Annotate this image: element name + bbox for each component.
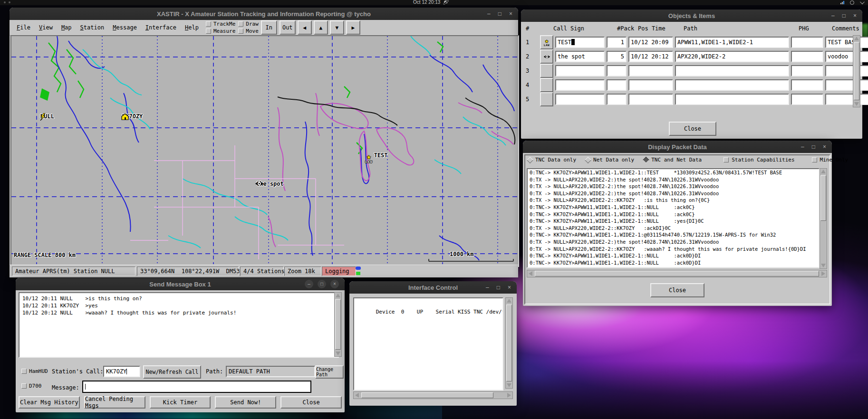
minimize-button[interactable]: – — [487, 11, 491, 17]
close-button[interactable]: × — [853, 13, 857, 19]
panel-clock[interactable]: Oct 12 20:13 — [413, 0, 448, 5]
cell-comments[interactable]: voodoo — [825, 51, 868, 62]
packet-close-button[interactable]: Close — [650, 283, 704, 297]
xastir-titlebar[interactable]: XASTIR - X Amateur Station Tracking and … — [10, 8, 518, 20]
interface-horizontal-scrollbar[interactable] — [353, 391, 513, 399]
move-checkbox[interactable] — [238, 29, 243, 34]
filter-tnc-and-net-data[interactable]: TNC and Net Data — [644, 157, 702, 163]
hamhud-checkbox[interactable]: HamHUD — [21, 368, 48, 374]
cell-path[interactable] — [675, 94, 789, 105]
message-history-area[interactable]: 10/12 20:11 NULL >is this thing on?10/12… — [19, 292, 339, 358]
map-station-test[interactable]: ★ LAW TEST — [365, 152, 388, 164]
cell-pack[interactable] — [607, 94, 627, 105]
filter-mine-only[interactable]: Mine Only — [812, 157, 849, 163]
maximize-button[interactable]: □ — [842, 13, 846, 19]
cell-pack[interactable] — [607, 79, 627, 91]
cell-call-sign[interactable] — [555, 79, 605, 91]
zoom-out-button[interactable]: Out — [280, 20, 296, 35]
cell-call-sign[interactable]: the spot — [555, 51, 605, 62]
row-icon-button[interactable] — [540, 92, 553, 106]
map-station-null[interactable]: NULL — [39, 113, 54, 120]
table-row[interactable]: 2 the spot 5 10/12 20:12 APX220,WIDE2-2 … — [523, 49, 868, 64]
scroll-left-icon[interactable] — [529, 271, 532, 276]
scroll-up-icon[interactable] — [336, 294, 340, 297]
cell-pack[interactable]: 5 — [607, 51, 627, 62]
map-station-the-spot[interactable]: the spot — [255, 181, 284, 187]
maximize-button[interactable]: □ — [497, 285, 500, 290]
message-input[interactable] — [82, 381, 311, 393]
scroll-right-icon[interactable] — [507, 393, 511, 398]
change-path-button[interactable]: Change Path — [315, 365, 344, 379]
filter-station-capabilities[interactable]: Station Capabilities — [723, 157, 794, 163]
map-canvas[interactable]: NULL KK7OZY ★ LAW TEST the spot — [10, 35, 519, 267]
cell-path[interactable]: APWW11,WIDE1-1,WIDE2-1 — [675, 37, 789, 48]
packet-vertical-scrollbar[interactable] — [820, 168, 827, 269]
eye-icon[interactable] — [540, 49, 553, 64]
cell-phg[interactable] — [791, 65, 823, 76]
scroll-up-icon[interactable] — [507, 299, 511, 303]
close-button[interactable]: × — [509, 11, 512, 17]
packet-titlebar[interactable]: Display Packet Data – □ × — [523, 141, 832, 153]
send-close-button[interactable]: Close — [280, 396, 342, 409]
menu-view[interactable]: View — [35, 24, 57, 31]
objects-close-button[interactable]: Close — [669, 122, 716, 136]
interface-vertical-scrollbar[interactable] — [505, 297, 513, 389]
cell-pos-time[interactable] — [628, 94, 673, 105]
pan-right-button[interactable]: ▶ — [346, 20, 360, 35]
objects-vertical-scrollbar[interactable] — [853, 35, 860, 107]
pan-left-button[interactable]: ◀ — [298, 20, 312, 35]
cell-comments[interactable] — [825, 65, 868, 76]
send-now-button[interactable]: Send Now! — [215, 396, 276, 409]
row-icon-button[interactable] — [540, 78, 553, 92]
close-button[interactable]: × — [508, 285, 511, 290]
menu-map[interactable]: Map — [57, 24, 76, 31]
draw-checkbox[interactable] — [238, 21, 243, 27]
packet-horizontal-scrollbar[interactable] — [527, 270, 827, 277]
trackme-checkbox[interactable] — [206, 21, 211, 27]
table-row[interactable]: 1 ★LAW TEST 1 10/12 20:09 APWW11,WIDE1-1… — [523, 35, 868, 49]
path-field[interactable]: DEFAULT PATH — [226, 366, 315, 377]
interface-titlebar[interactable]: Interface Control – □ × — [349, 281, 517, 294]
table-row[interactable]: 3 — [523, 64, 868, 78]
cell-pos-time[interactable]: 10/12 20:12 — [628, 51, 673, 62]
cell-call-sign[interactable]: TEST — [555, 37, 605, 48]
menu-station[interactable]: Station — [76, 24, 109, 31]
close-button[interactable]: × — [330, 280, 339, 288]
menu-file[interactable]: File — [12, 24, 35, 31]
menu-interface[interactable]: Interface — [141, 24, 181, 31]
cell-call-sign[interactable] — [555, 94, 605, 105]
cell-path[interactable] — [675, 65, 789, 76]
cell-pos-time[interactable] — [628, 65, 673, 76]
minimize-button[interactable]: – — [486, 285, 489, 290]
cell-pos-time[interactable]: 10/12 20:09 — [628, 37, 673, 48]
cell-comments[interactable] — [825, 79, 868, 91]
minimize-button[interactable]: – — [305, 280, 313, 288]
minimize-button[interactable]: – — [801, 144, 804, 150]
cell-pack[interactable]: 1 — [607, 37, 627, 48]
pan-up-button[interactable]: ▲ — [314, 20, 328, 35]
scroll-down-icon[interactable] — [854, 102, 859, 106]
maximize-button[interactable]: □ — [318, 280, 326, 288]
scroll-up-icon[interactable] — [821, 170, 826, 173]
minimize-button[interactable]: – — [831, 13, 835, 19]
interface-device-list[interactable]: Device 0 UP Serial KISS TNC /dev/ttyACM1 — [353, 297, 503, 390]
device-row[interactable]: Device 0 UP Serial KISS TNC /dev/ttyACM1 — [376, 309, 503, 315]
row-icon-button[interactable] — [540, 64, 553, 78]
clear-msg-history-button[interactable]: Clear Msg History — [19, 396, 80, 409]
system-tray[interactable] — [840, 0, 863, 5]
menu-message[interactable]: Message — [108, 24, 141, 31]
cell-phg[interactable] — [791, 79, 823, 91]
cell-comments[interactable]: TEST BASE — [825, 37, 868, 48]
zoom-in-button[interactable]: In — [261, 20, 277, 35]
cell-pos-time[interactable] — [628, 79, 673, 91]
cancel-pending-msgs-button[interactable]: Cancel Pending Msgs — [84, 396, 145, 409]
station-call-input[interactable]: KK7OZY — [103, 366, 140, 377]
cell-path[interactable]: APX220,WIDE2-2 — [675, 51, 789, 62]
d700-checkbox[interactable]: D700 — [21, 383, 42, 389]
maximize-button[interactable]: □ — [812, 144, 815, 150]
cell-comments[interactable] — [825, 94, 868, 105]
table-row[interactable]: 4 — [523, 78, 868, 92]
star-law-icon[interactable]: ★LAW — [540, 35, 553, 49]
scroll-left-icon[interactable] — [355, 393, 359, 398]
scroll-down-icon[interactable] — [507, 383, 511, 387]
